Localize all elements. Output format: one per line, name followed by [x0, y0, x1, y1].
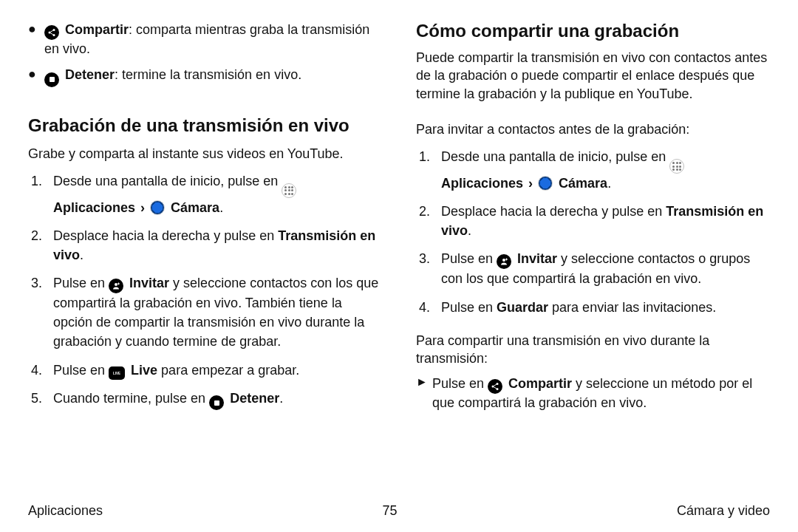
step-5: Cuando termine, pulse en Detener. — [28, 389, 382, 411]
page-footer: Aplicaciones 75 Cámara y video — [28, 496, 770, 519]
stop-icon — [209, 395, 224, 410]
stop-icon — [44, 72, 59, 87]
step-1: Desde una pantalla de inicio, pulse en A… — [416, 147, 770, 193]
lead-text-2: Para compartir una transmisión en vivo d… — [416, 332, 770, 368]
camera-icon — [538, 176, 553, 191]
step-4: Pulse en LIVE Live para empezar a grabar… — [28, 361, 382, 380]
apps-grid-icon — [282, 183, 296, 198]
bullet-marker: ● — [28, 21, 44, 38]
invite-icon — [109, 279, 123, 293]
feature-bullets: ● Compartir: comparta mientras graba la … — [28, 21, 382, 95]
bullet-detener: ● Detener: termine la transmisión en viv… — [28, 66, 382, 87]
content-columns: ● Compartir: comparta mientras graba la … — [28, 21, 770, 496]
section-heading-grabacion: Grabación de una transmisión en vivo — [28, 115, 382, 136]
apps-grid-icon — [669, 159, 684, 174]
step-4: Pulse en Guardar para enviar las invitac… — [416, 298, 770, 317]
bullet-text: : termine la transmisión en vivo. — [115, 67, 301, 82]
steps-compartir: Desde una pantalla de inicio, pulse en A… — [416, 147, 770, 325]
footer-page-number: 75 — [382, 503, 397, 519]
step-2: Desplace hacia la derecha y pulse en Tra… — [28, 226, 382, 265]
triangle-bullets: ► Pulse en Compartir y seleccione un mét… — [416, 375, 770, 420]
svg-point-3 — [115, 283, 117, 286]
svg-point-6 — [502, 259, 505, 262]
right-column: Cómo compartir una grabación Puede compa… — [416, 21, 770, 496]
triangle-marker: ► — [416, 375, 432, 390]
footer-right: Cámara y video — [677, 503, 770, 519]
section-heading-compartir: Cómo compartir una grabación — [416, 21, 770, 41]
step-2: Desplace hacia la derecha y pulse en Tra… — [416, 202, 770, 240]
section-intro: Grabe y comparta al instante sus videos … — [28, 145, 382, 163]
steps-grabacion: Desde una pantalla de inicio, pulse en A… — [28, 171, 382, 419]
svg-text:LIVE: LIVE — [113, 372, 120, 375]
step-3: Pulse en Invitar y seleccione contactos … — [416, 249, 770, 288]
invite-icon — [497, 254, 511, 269]
bullet-title: Compartir — [65, 22, 129, 37]
share-icon — [44, 25, 59, 40]
lead-text: Para invitar a contactos antes de la gra… — [416, 120, 770, 138]
tri-bullet: ► Pulse en Compartir y seleccione un mét… — [416, 375, 770, 412]
share-icon — [488, 379, 502, 394]
bullet-compartir: ● Compartir: comparta mientras graba la … — [28, 21, 382, 58]
footer-left: Aplicaciones — [28, 503, 103, 519]
camera-icon — [150, 200, 165, 215]
section-intro: Puede compartir la transmisión en vivo c… — [416, 49, 770, 103]
step-3: Pulse en Invitar y seleccione contactos … — [28, 273, 382, 351]
live-icon: LIVE — [109, 366, 125, 380]
bullet-title: Detener — [65, 67, 115, 82]
step-1: Desde una pantalla de inicio, pulse en A… — [28, 171, 382, 217]
bullet-marker: ● — [28, 66, 44, 83]
left-column: ● Compartir: comparta mientras graba la … — [28, 21, 382, 496]
